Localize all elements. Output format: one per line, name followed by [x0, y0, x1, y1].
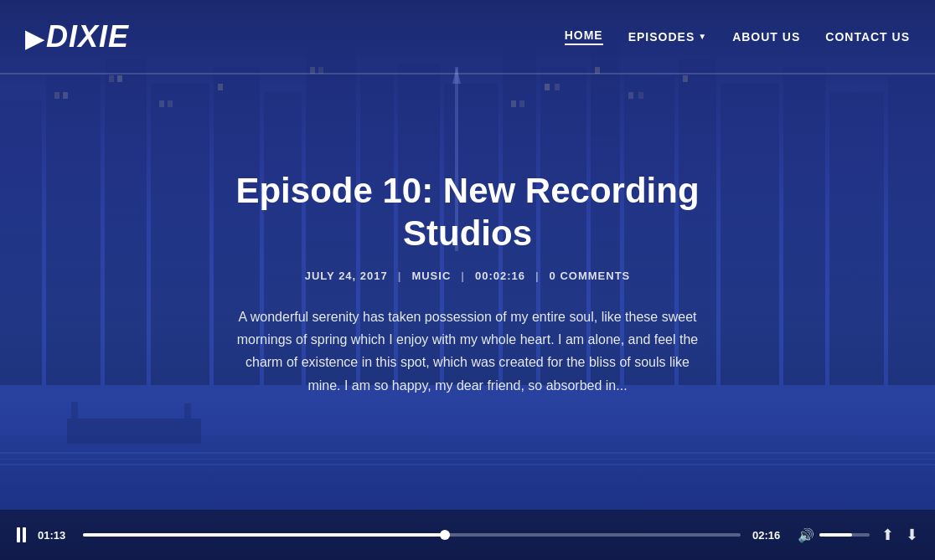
download-button[interactable]: ⬇: [906, 526, 918, 544]
meta-sep-3: |: [535, 270, 540, 282]
pause-button[interactable]: [17, 527, 26, 542]
episode-duration: 00:02:16: [475, 270, 525, 282]
nav-about[interactable]: ABOUT US: [732, 30, 800, 44]
episode-description: A wonderful serenity has taken possessio…: [233, 306, 702, 397]
meta-sep-1: |: [398, 270, 402, 282]
logo-arrow: ▶: [25, 26, 44, 52]
episode-comments: 0 COMMENTS: [550, 270, 631, 282]
progress-thumb: [440, 530, 450, 540]
nav-episodes[interactable]: EPISODES ▼: [628, 30, 708, 44]
hero-container: ▶Dixie HOME EPISODES ▼ ABOUT US CONTACT …: [0, 0, 935, 560]
progress-fill: [83, 533, 445, 537]
nav-links: HOME EPISODES ▼ ABOUT US CONTACT US: [565, 28, 910, 45]
episodes-chevron-icon: ▼: [698, 32, 707, 41]
progress-bar[interactable]: [83, 533, 741, 537]
time-total: 02:16: [752, 529, 786, 542]
volume-fill: [819, 533, 852, 537]
meta-sep-2: |: [461, 270, 465, 282]
volume-icon[interactable]: 🔊: [798, 527, 814, 543]
pause-icon: [17, 527, 26, 542]
episode-meta: JULY 24, 2017 | MUSIC | 00:02:16 | 0 COM…: [305, 270, 631, 282]
player-bar: 01:13 02:16 🔊 ⬆ ⬇: [0, 510, 935, 560]
nav-underline: [0, 74, 935, 74]
pause-bar-right: [23, 527, 26, 542]
nav-home[interactable]: HOME: [565, 28, 603, 45]
share-button[interactable]: ⬆: [881, 526, 894, 544]
time-current: 01:13: [38, 529, 71, 542]
volume-section: 🔊: [798, 527, 870, 543]
volume-bar[interactable]: [819, 533, 870, 537]
episode-category: MUSIC: [411, 270, 451, 282]
nav-contact[interactable]: CONTACT US: [825, 30, 910, 44]
episode-title: Episode 10: New Recording Studios: [174, 170, 761, 254]
pause-bar-left: [17, 527, 20, 542]
navbar: ▶Dixie HOME EPISODES ▼ ABOUT US CONTACT …: [0, 0, 935, 74]
site-logo[interactable]: ▶Dixie: [25, 19, 129, 54]
main-content: Episode 10: New Recording Studios JULY 2…: [0, 74, 935, 560]
episode-date: JULY 24, 2017: [305, 270, 388, 282]
